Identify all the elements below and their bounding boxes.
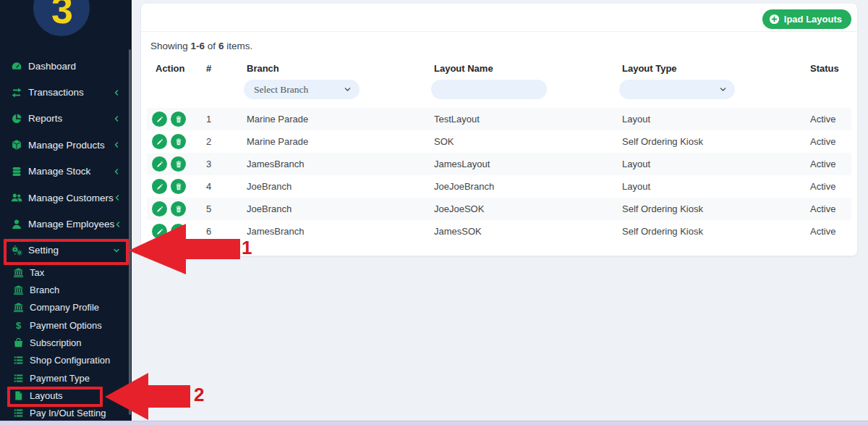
chevron-left-icon <box>113 141 120 148</box>
sidebar-subitem-subscription[interactable]: Subscription <box>0 334 132 351</box>
items-summary: Showing 1-6 of 6 items. <box>150 41 851 51</box>
stock-stack-icon <box>10 166 22 177</box>
sidebar-scrollbar[interactable] <box>129 49 131 415</box>
sidebar-subitem-label: Pay In/Out Setting <box>30 408 106 418</box>
sidebar-subitem-label: Shop Configuration <box>30 355 110 366</box>
row-layout-name: JoeJoeSOK <box>425 198 613 220</box>
sidebar-item-manage-stock[interactable]: Manage Stock <box>0 159 132 185</box>
table-row: 1 Marine Parade TestLayout Layout Active <box>147 108 851 130</box>
sidebar-subitem-branch[interactable]: Branch <box>0 281 132 298</box>
plus-icon <box>769 14 780 25</box>
delete-button[interactable] <box>171 201 186 216</box>
row-branch: JamesBranch <box>238 153 425 175</box>
row-branch: JoeBranch <box>238 175 425 198</box>
sidebar-subitem-tax[interactable]: Tax <box>0 264 132 281</box>
edit-button[interactable] <box>152 111 167 127</box>
edit-button[interactable] <box>152 179 167 194</box>
row-layout-name: SOK <box>425 130 613 153</box>
sidebar: 3 Dashboard Transactions Reports <box>0 0 132 425</box>
bag-icon <box>12 337 25 348</box>
sidebar-subitem-company-profile[interactable]: Company Profile <box>0 299 132 316</box>
sidebar-nav: Dashboard Transactions Reports Man <box>0 53 132 422</box>
delete-button[interactable] <box>171 224 186 239</box>
row-status: Active <box>801 130 851 153</box>
sidebar-subitem-label: Tax <box>30 267 44 278</box>
app-logo[interactable]: 3 <box>33 0 90 36</box>
sidebar-item-reports[interactable]: Reports <box>0 106 132 132</box>
table-row: 6 JamesBranch JamesSOK Self Ordering Kio… <box>147 220 851 243</box>
chevron-left-icon <box>113 168 120 175</box>
sidebar-item-manage-products[interactable]: Manage Products <box>0 132 132 158</box>
sidebar-subitem-label: Layouts <box>30 390 63 401</box>
summary-range: 1-6 <box>191 41 205 51</box>
sidebar-item-setting[interactable]: Setting <box>0 237 132 264</box>
row-layout-type: Self Ordering Kiosk <box>613 198 801 220</box>
file-icon <box>12 390 25 401</box>
delete-button[interactable] <box>171 134 186 149</box>
sidebar-item-manage-employees[interactable]: Manage Employees <box>0 211 132 237</box>
sidebar-item-dashboard[interactable]: Dashboard <box>0 53 132 79</box>
window-bottom-edge <box>0 421 868 425</box>
edit-button[interactable] <box>152 201 167 216</box>
column-header-action: Action <box>147 56 197 75</box>
sidebar-item-label: Setting <box>28 245 59 256</box>
row-layout-name: JamesLayout <box>425 153 613 175</box>
layout-type-filter-select[interactable] <box>619 80 735 99</box>
delete-button[interactable] <box>171 156 186 172</box>
sidebar-subitem-pay-in-out-setting[interactable]: Pay In/Out Setting <box>0 405 132 422</box>
sidebar-item-label: Transactions <box>28 87 84 98</box>
sidebar-subitem-shop-configuration[interactable]: Shop Configuration <box>0 352 132 369</box>
summary-middle: of <box>208 41 216 51</box>
row-branch: Marine Parade <box>238 108 425 130</box>
table-filter-row: Select Branch <box>147 75 851 108</box>
row-layout-type: Layout <box>613 108 801 130</box>
chevron-down-icon <box>719 85 727 93</box>
sidebar-item-label: Manage Customers <box>28 193 114 203</box>
column-header-layout-type: Layout Type <box>613 56 801 75</box>
column-header-number: # <box>197 56 238 75</box>
summary-total: 6 <box>218 41 224 51</box>
row-number: 3 <box>197 153 238 175</box>
summary-suffix: items. <box>226 41 252 51</box>
chevron-down-icon <box>113 247 120 254</box>
sidebar-item-manage-customers[interactable]: Manage Customers <box>0 185 132 211</box>
sidebar-subitem-payment-options[interactable]: $ Payment Options <box>0 316 132 334</box>
customers-icon <box>10 192 22 203</box>
edit-button[interactable] <box>152 224 167 239</box>
add-ipad-layouts-button[interactable]: Ipad Layouts <box>762 9 851 29</box>
transactions-icon <box>10 87 22 98</box>
column-header-status: Status <box>801 56 851 75</box>
row-layout-name: TestLayout <box>425 108 613 130</box>
row-status: Active <box>801 220 851 243</box>
delete-button[interactable] <box>171 111 186 127</box>
bank-icon <box>12 302 25 314</box>
table-row: 3 JamesBranch JamesLayout Layout Active <box>147 153 851 175</box>
column-header-layout-name: Layout Name <box>425 56 613 75</box>
edit-button[interactable] <box>152 134 167 149</box>
row-status: Active <box>801 198 851 220</box>
summary-prefix: Showing <box>150 41 188 51</box>
sidebar-subitem-label: Company Profile <box>30 302 99 313</box>
table-row: 4 JoeBranch JoeJoeBranch Layout Active <box>147 175 851 198</box>
products-cube-icon <box>10 139 22 151</box>
branch-filter-value: Select Branch <box>254 84 308 96</box>
layout-name-filter-input[interactable] <box>431 80 547 99</box>
sidebar-subitem-label: Subscription <box>30 337 82 348</box>
edit-button[interactable] <box>152 156 167 172</box>
delete-button[interactable] <box>171 179 186 194</box>
chevron-left-icon <box>114 194 121 201</box>
dollar-icon: $ <box>12 319 25 331</box>
logo-text: 3 <box>51 0 73 31</box>
sidebar-subitem-label: Payment Type <box>30 373 90 384</box>
row-status: Active <box>801 108 851 130</box>
row-branch: Marine Parade <box>238 130 425 153</box>
reports-pie-icon <box>10 113 22 125</box>
row-layout-name: JoeJoeBranch <box>425 175 613 198</box>
card-body: Showing 1-6 of 6 items. Action # Branch … <box>141 41 857 243</box>
sidebar-item-transactions[interactable]: Transactions <box>0 79 132 105</box>
row-number: 2 <box>197 130 238 153</box>
branch-filter-select[interactable]: Select Branch <box>244 80 359 99</box>
sidebar-subitem-payment-type[interactable]: Payment Type <box>0 369 132 387</box>
dashboard-icon <box>10 60 22 72</box>
sidebar-subitem-layouts[interactable]: Layouts <box>0 387 132 404</box>
